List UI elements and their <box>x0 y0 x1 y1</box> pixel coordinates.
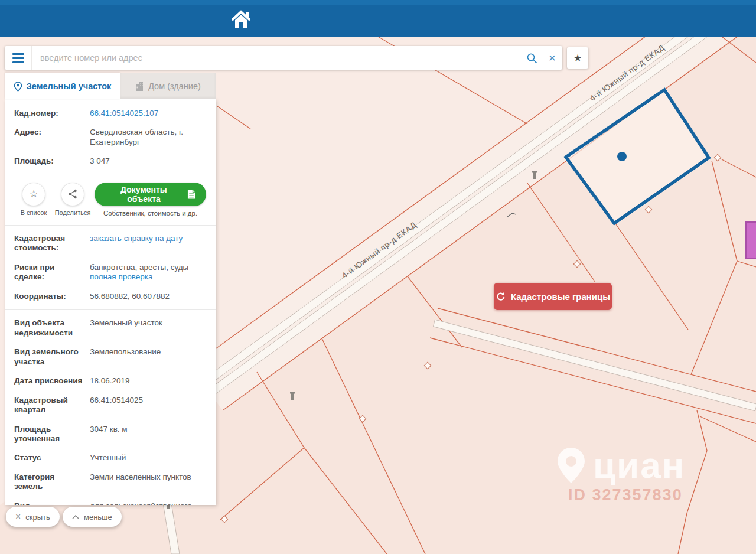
divider <box>5 309 216 310</box>
address-value: Свердловская область, г. Екатеринбург <box>90 128 206 147</box>
detail-value: для сельскохозяйственного использования <box>90 501 206 505</box>
detail-label: Категория земель <box>14 472 90 492</box>
coordinates-value: 56.680882, 60.607882 <box>90 292 206 301</box>
detail-row: Вид разрешенного использования для сельс… <box>5 497 216 505</box>
pin-icon <box>14 82 22 92</box>
detail-value: 18.06.2019 <box>90 376 206 386</box>
cadastral-borders-button[interactable]: Кадастровые границы <box>494 283 612 310</box>
row-cadastral-cost: Кадастровая стоимость: заказать справку … <box>5 229 216 258</box>
object-type-tabs: Земельный участок Дом (здание) <box>5 73 216 99</box>
coordinates-label: Координаты: <box>14 292 90 301</box>
less-label: меньше <box>84 513 112 522</box>
refresh-icon <box>496 291 506 302</box>
menu-button[interactable] <box>5 46 32 70</box>
detail-label: Кадастровый квартал <box>14 396 90 415</box>
row-area: Площадь: 3 047 <box>5 152 216 171</box>
detail-value: Землепользование <box>90 347 206 367</box>
search-input[interactable] <box>32 53 522 63</box>
selected-parcel-dot <box>617 152 627 161</box>
hide-panel-button[interactable]: × скрыть <box>6 507 60 527</box>
hide-label: скрыть <box>25 513 50 522</box>
address-label: Адрес: <box>14 128 90 147</box>
chevron-up-icon <box>72 515 79 519</box>
detail-label: Вид объекта недвижимости <box>14 318 90 338</box>
clear-search-button[interactable]: × <box>542 46 562 70</box>
cadastral-cost-label: Кадастровая стоимость: <box>14 234 90 253</box>
tab-land-label: Земельный участок <box>27 82 112 91</box>
detail-label: Вид разрешенного использования <box>14 501 90 505</box>
detail-value: Земли населенных пунктов <box>90 472 206 492</box>
actions-row: ☆ В список Поделиться Документы объекта <box>5 179 216 221</box>
document-icon <box>187 189 195 200</box>
object-documents-subtitle: Собственник, стоимость и др. <box>94 210 206 217</box>
object-documents-button[interactable]: Документы объекта <box>94 183 206 206</box>
detail-row: Кадастровый квартал 66:41:0514025 <box>5 391 216 420</box>
detail-value: 3047 кв. м <box>90 425 206 444</box>
divider <box>5 175 216 175</box>
search-button[interactable] <box>522 46 542 70</box>
hamburger-icon <box>12 53 24 55</box>
share-label: Поделиться <box>53 209 92 216</box>
magnifier-icon <box>526 53 537 64</box>
detail-row: Дата присвоения 18.06.2019 <box>5 371 216 390</box>
star-outline-icon: ☆ <box>29 188 38 200</box>
cost-report-link[interactable]: заказать справку на дату <box>90 234 183 243</box>
deal-risks-value: банкротства, аресты, суды <box>90 263 188 272</box>
detail-label: Вид земельного участка <box>14 347 90 367</box>
star-icon: ★ <box>573 52 582 64</box>
detail-label: Дата присвоения <box>14 376 90 386</box>
cadastral-borders-label: Кадастровые границы <box>511 292 610 302</box>
close-icon: × <box>549 51 556 64</box>
tab-house-label: Дом (здание) <box>148 82 201 91</box>
add-to-list-label: В список <box>14 209 53 216</box>
top-header <box>0 0 756 37</box>
row-deal-risks: Риски при сделке: банкротства, аресты, с… <box>5 258 216 287</box>
add-to-list-button[interactable]: ☆ <box>22 183 45 206</box>
detail-row: Категория земель Земли населенных пункто… <box>5 468 216 497</box>
deal-risks-label: Риски при сделке: <box>14 263 90 282</box>
full-check-link[interactable]: полная проверка <box>90 272 153 281</box>
detail-row: Площадь уточненная 3047 кв. м <box>5 420 216 449</box>
divider <box>5 225 216 226</box>
home-icon <box>228 9 254 30</box>
detail-label: Статус <box>14 453 90 462</box>
detail-value: Земельный участок <box>90 318 206 338</box>
purple-parcel <box>746 222 756 258</box>
detail-row: Статус Учтенный <box>5 448 216 467</box>
detail-label: Площадь уточненная <box>14 425 90 444</box>
cad-number-link[interactable]: 66:41:0514025:107 <box>90 109 158 118</box>
close-icon: × <box>15 512 21 522</box>
building-icon <box>135 82 144 91</box>
parcel-info-panel: Кад.номер: 66:41:0514025:107 Адрес: Свер… <box>5 99 216 505</box>
tab-land-parcel[interactable]: Земельный участок <box>5 73 120 99</box>
home-button[interactable] <box>228 9 254 30</box>
area-value: 3 047 <box>90 157 206 166</box>
detail-row: Вид земельного участка Землепользование <box>5 343 216 371</box>
share-icon <box>68 189 77 199</box>
detail-row: Вид объекта недвижимости Земельный участ… <box>5 314 216 343</box>
tab-house-building[interactable]: Дом (здание) <box>120 73 216 99</box>
cad-number-label: Кад.номер: <box>14 109 90 118</box>
object-documents-label: Документы объекта <box>105 185 183 204</box>
area-label: Площадь: <box>14 157 90 166</box>
detail-value: 66:41:0514025 <box>90 396 206 415</box>
row-cad-number: Кад.номер: 66:41:0514025:107 <box>5 104 216 123</box>
row-address: Адрес: Свердловская область, г. Екатерин… <box>5 123 216 152</box>
favorites-button[interactable]: ★ <box>567 47 588 69</box>
row-coordinates: Координаты: 56.680882, 60.607882 <box>5 287 216 306</box>
detail-value: Учтенный <box>90 453 206 462</box>
search-bar: × <box>5 46 562 70</box>
show-less-button[interactable]: меньше <box>63 507 122 527</box>
share-button[interactable] <box>61 183 84 206</box>
